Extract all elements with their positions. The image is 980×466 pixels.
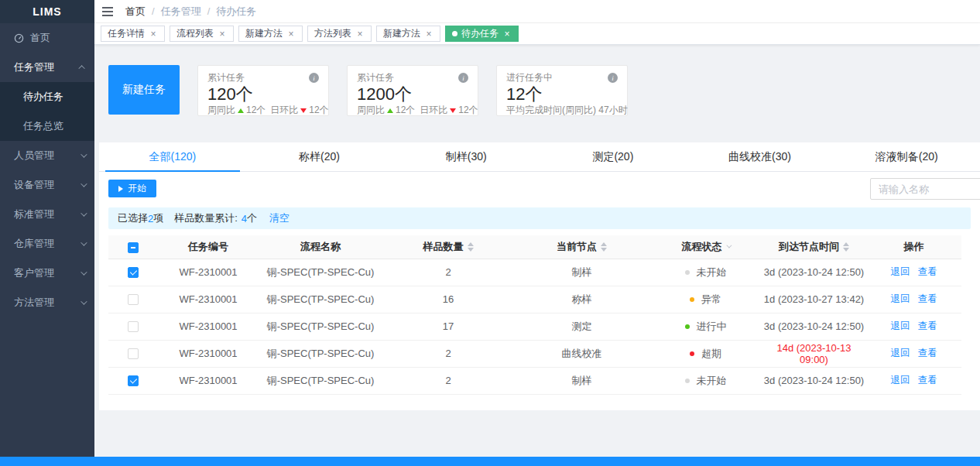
sidebar-item-equipment-management[interactable]: 设备管理 xyxy=(0,170,94,200)
selection-bar: 已选择 2 项 样品数量累计: 4 个 清空 xyxy=(108,207,971,229)
return-link[interactable]: 退回 xyxy=(891,293,910,304)
col-flow-status[interactable]: 流程状态 xyxy=(649,235,762,259)
arrow-up-icon xyxy=(387,108,393,113)
sidebar-item-warehouse-management[interactable]: 仓库管理 xyxy=(0,229,94,259)
tab-all[interactable]: 全部(120) xyxy=(99,142,246,171)
sidebar-item-todo-tasks[interactable]: 待办任务 xyxy=(0,82,94,111)
sample-total-count: 4 xyxy=(242,213,247,224)
close-icon[interactable]: × xyxy=(286,29,296,39)
sidebar-item-home[interactable]: 首页 xyxy=(0,23,94,53)
flow-name: 铜-SPEC(TP-SPEC-Cu) xyxy=(259,286,382,313)
sidebar: LIMS 首页 任务管理 待办任务 任务总览 人员管理 xyxy=(0,0,94,457)
return-link[interactable]: 退回 xyxy=(891,320,910,331)
navbar: 首页 / 任务管理 / 待办任务 xyxy=(94,0,980,23)
flow-name: 铜-SPEC(TP-SPEC-Cu) xyxy=(259,367,382,394)
stat-card-in-progress: 进行任务中 i 12个 平均完成时间(周同比) 47小时 xyxy=(496,65,628,116)
return-link[interactable]: 退回 xyxy=(891,266,910,277)
arrival-time: 1d (2023-10-27 13:42) xyxy=(764,293,864,305)
return-link[interactable]: 退回 xyxy=(891,348,910,358)
close-icon[interactable]: × xyxy=(355,29,365,39)
row-checkbox[interactable] xyxy=(128,294,139,305)
day-ratio-label: 日环比 xyxy=(270,104,298,117)
tag-task-detail[interactable]: 任务详情 × xyxy=(101,26,165,42)
view-link[interactable]: 查看 xyxy=(918,266,937,277)
search-input[interactable] xyxy=(870,178,980,200)
sidebar-item-customer-management[interactable]: 客户管理 xyxy=(0,259,94,288)
card-footer: 周同比 12个 日环比 12个 xyxy=(357,104,468,117)
bottom-scrollbar[interactable] xyxy=(0,457,980,466)
tab-solution-prep[interactable]: 溶液制备(20) xyxy=(833,142,980,171)
return-link[interactable]: 退回 xyxy=(891,375,910,385)
tab-weighing[interactable]: 称样(20) xyxy=(246,142,393,171)
play-icon xyxy=(118,186,123,192)
chevron-down-icon xyxy=(81,180,87,187)
row-checkbox[interactable] xyxy=(128,375,139,386)
tag-method-list[interactable]: 方法列表 × xyxy=(307,26,372,42)
week-ratio-label: 周同比 xyxy=(207,104,235,117)
task-management-submenu: 待办任务 任务总览 xyxy=(0,82,94,141)
sample-qty: 2 xyxy=(382,259,514,286)
tag-todo-tasks[interactable]: 待办任务 × xyxy=(445,26,519,42)
tab-sample-prep[interactable]: 制样(30) xyxy=(392,142,540,171)
info-icon[interactable]: i xyxy=(458,73,468,83)
status-text: 进行中 xyxy=(697,320,727,334)
status-dot xyxy=(685,324,690,329)
col-label: 样品数量 xyxy=(423,240,464,254)
week-ratio-label: 周同比 xyxy=(357,104,385,117)
col-current-node[interactable]: 当前节点 xyxy=(514,235,649,259)
filter-tabs: 全部(120) 称样(20) 制样(30) 测定(20) 曲线校准(30) 溶液… xyxy=(99,142,980,172)
col-sample-qty[interactable]: 样品数量 xyxy=(382,235,514,259)
close-icon[interactable]: × xyxy=(502,29,512,39)
row-checkbox[interactable] xyxy=(128,267,139,278)
close-icon[interactable]: × xyxy=(149,29,158,39)
chevron-down-icon xyxy=(81,239,87,245)
active-tag-dot-icon xyxy=(452,31,457,36)
sample-total-label: 样品数量累计: xyxy=(174,211,238,225)
stats-row: 新建任务 累计任务 i 120个 周同比 12个 日环比 12个 累计任务 i xyxy=(108,65,980,116)
sidebar-item-task-management[interactable]: 任务管理 xyxy=(0,53,94,82)
select-all-checkbox[interactable] xyxy=(128,242,139,253)
sidebar-item-label: 客户管理 xyxy=(14,266,54,280)
start-button[interactable]: 开始 xyxy=(108,180,156,197)
sidebar-collapse-icon[interactable] xyxy=(102,7,113,16)
new-task-button[interactable]: 新建任务 xyxy=(108,65,180,115)
day-ratio-value: 12个 xyxy=(309,104,328,117)
sort-icon[interactable] xyxy=(468,242,474,252)
close-icon[interactable]: × xyxy=(218,29,227,39)
card-value: 1200个 xyxy=(357,84,468,104)
breadcrumb-home[interactable]: 首页 xyxy=(125,5,146,19)
close-icon[interactable]: × xyxy=(424,29,433,39)
tag-new-method-1[interactable]: 新建方法 × xyxy=(238,26,303,42)
dashboard-icon xyxy=(14,33,24,43)
col-arrival-time[interactable]: 到达节点时间 xyxy=(762,235,866,259)
clear-selection-link[interactable]: 清空 xyxy=(269,211,290,225)
sidebar-item-label: 设备管理 xyxy=(14,178,54,192)
sidebar-item-standard-management[interactable]: 标准管理 xyxy=(0,200,94,229)
tab-curve-calibration[interactable]: 曲线校准(30) xyxy=(687,142,834,171)
filter-icon[interactable] xyxy=(726,243,732,248)
status-text: 超期 xyxy=(701,347,721,361)
view-link[interactable]: 查看 xyxy=(918,375,937,385)
tab-measurement[interactable]: 测定(20) xyxy=(540,142,687,171)
row-checkbox[interactable] xyxy=(128,348,139,359)
sort-icon[interactable] xyxy=(843,242,849,252)
tag-flow-list[interactable]: 流程列表 × xyxy=(170,26,234,42)
tags-bar: 任务详情 × 流程列表 × 新建方法 × 方法列表 × 新建方法 × 待办任务 … xyxy=(94,23,980,45)
view-link[interactable]: 查看 xyxy=(918,348,937,358)
breadcrumb-separator: / xyxy=(152,5,155,17)
sidebar-menu: 首页 任务管理 待办任务 任务总览 人员管理 设备管理 标准管理 xyxy=(0,23,94,317)
row-checkbox[interactable] xyxy=(128,321,139,332)
sidebar-item-method-management[interactable]: 方法管理 xyxy=(0,288,94,317)
sidebar-item-task-overview[interactable]: 任务总览 xyxy=(0,111,94,141)
tag-label: 方法列表 xyxy=(314,27,351,40)
tag-new-method-2[interactable]: 新建方法 × xyxy=(376,26,440,42)
task-no: WF-2310001 xyxy=(158,259,259,286)
view-link[interactable]: 查看 xyxy=(918,293,937,304)
sort-icon[interactable] xyxy=(601,242,607,252)
task-panel: 全部(120) 称样(20) 制样(30) 测定(20) 曲线校准(30) 溶液… xyxy=(99,142,980,410)
status-dot xyxy=(685,379,690,383)
info-icon[interactable]: i xyxy=(608,73,618,83)
info-icon[interactable]: i xyxy=(309,73,319,83)
sidebar-item-personnel-management[interactable]: 人员管理 xyxy=(0,141,94,170)
view-link[interactable]: 查看 xyxy=(918,320,937,331)
